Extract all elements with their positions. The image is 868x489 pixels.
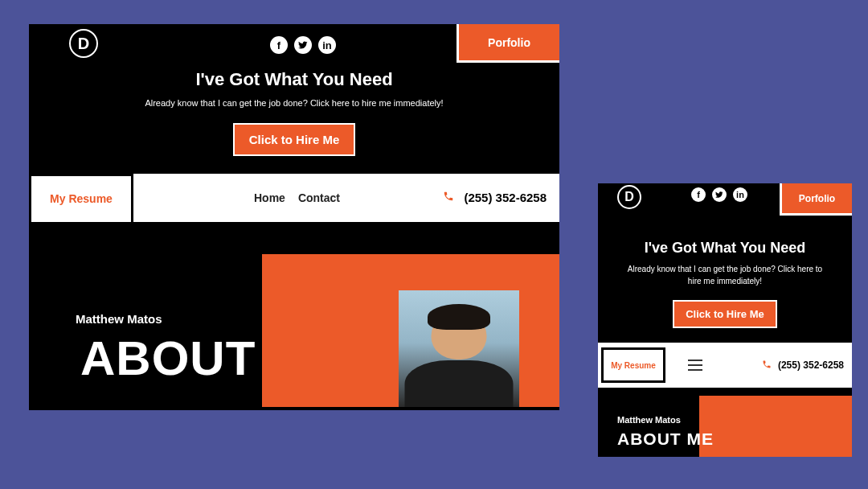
about-heading: ABOUT ME	[617, 429, 714, 449]
logo-icon[interactable]: D	[69, 29, 98, 58]
hero-subtext: Already know that I can get the job done…	[125, 97, 463, 110]
avatar-image	[399, 290, 519, 407]
desktop-preview: D f in Porfolio I've Got What You Need A…	[29, 24, 559, 410]
phone-icon	[762, 359, 772, 372]
phone-number: (255) 352-6258	[464, 191, 547, 204]
hamburger-icon[interactable]	[688, 360, 702, 371]
resume-tab[interactable]: My Resume	[601, 347, 665, 383]
social-icons: f in	[270, 36, 336, 54]
facebook-icon[interactable]: f	[691, 187, 706, 202]
twitter-icon[interactable]	[712, 187, 727, 202]
hero-section: I've Got What You Need Already know that…	[598, 214, 852, 343]
nav-links: Home Contact	[254, 191, 340, 204]
about-heading: ABOUT	[80, 331, 256, 386]
phone-block[interactable]: (255) 352-6258	[762, 359, 852, 372]
nav-contact[interactable]: Contact	[298, 191, 340, 204]
hero-headline: I've Got What You Need	[125, 69, 463, 90]
hire-button[interactable]: Click to Hire Me	[673, 300, 777, 328]
person-name: Matthew Matos	[76, 312, 162, 326]
social-icons: f in	[691, 187, 747, 202]
hero-headline: I've Got What You Need	[622, 240, 828, 257]
resume-tab[interactable]: My Resume	[29, 174, 133, 222]
navbar: My Resume (255) 352-6258	[598, 343, 852, 388]
about-section: Matthew Matos ABOUT	[29, 222, 559, 407]
about-section: Matthew Matos ABOUT ME	[598, 388, 852, 457]
nav-home[interactable]: Home	[254, 191, 285, 204]
mobile-preview: D f in Porfolio I've Got What You Need A…	[598, 183, 852, 457]
twitter-icon[interactable]	[294, 36, 312, 54]
hire-button[interactable]: Click to Hire Me	[233, 123, 356, 156]
linkedin-icon[interactable]: in	[733, 187, 747, 202]
facebook-icon[interactable]: f	[270, 36, 288, 54]
portfolio-tab[interactable]: Porfolio	[457, 24, 559, 63]
hero-section: I've Got What You Need Already know that…	[29, 55, 559, 174]
linkedin-icon[interactable]: in	[318, 36, 336, 54]
navbar: My Resume Home Contact (255) 352-6258	[29, 174, 559, 222]
phone-icon	[443, 191, 454, 204]
topbar: D f in Porfolio	[598, 183, 852, 214]
topbar: D f in Porfolio	[29, 24, 559, 55]
logo-icon[interactable]: D	[617, 185, 641, 209]
hero-subtext: Already know that I can get the job done…	[622, 263, 828, 287]
person-name: Matthew Matos	[617, 415, 681, 425]
portfolio-tab[interactable]: Porfolio	[780, 183, 852, 216]
phone-number: (255) 352-6258	[778, 360, 844, 371]
phone-block[interactable]: (255) 352-6258	[443, 191, 559, 204]
about-accent-block	[699, 396, 852, 457]
